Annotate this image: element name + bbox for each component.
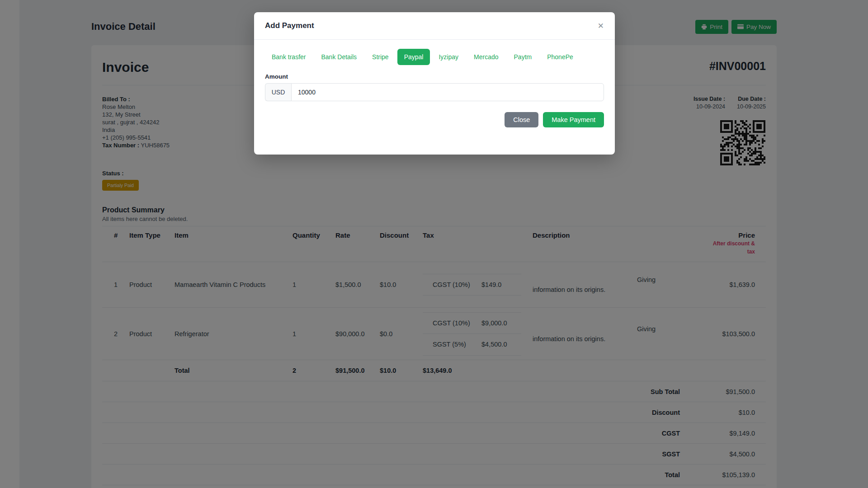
tab-paytm[interactable]: Paytm [507, 49, 539, 65]
make-payment-button[interactable]: Make Payment [543, 112, 604, 127]
modal-title: Add Payment [265, 21, 314, 30]
close-button[interactable]: Close [505, 112, 538, 127]
tab-phonepe[interactable]: PhonePe [540, 49, 580, 65]
tab-bank-details[interactable]: Bank Details [314, 49, 363, 65]
amount-input[interactable] [291, 83, 604, 101]
tab-paypal[interactable]: Paypal [397, 49, 430, 65]
currency-addon: USD [265, 83, 291, 101]
tab-mercado[interactable]: Mercado [467, 49, 505, 65]
add-payment-modal: Add Payment ✕ Bank trasfer Bank Details … [254, 12, 615, 155]
amount-label: Amount [265, 73, 604, 80]
tab-iyzipay[interactable]: Iyzipay [432, 49, 465, 65]
tab-stripe[interactable]: Stripe [365, 49, 396, 65]
tab-bank-transfer[interactable]: Bank trasfer [265, 49, 312, 65]
payment-method-tabs: Bank trasfer Bank Details Stripe Paypal … [265, 49, 604, 65]
close-icon[interactable]: ✕ [598, 22, 604, 30]
